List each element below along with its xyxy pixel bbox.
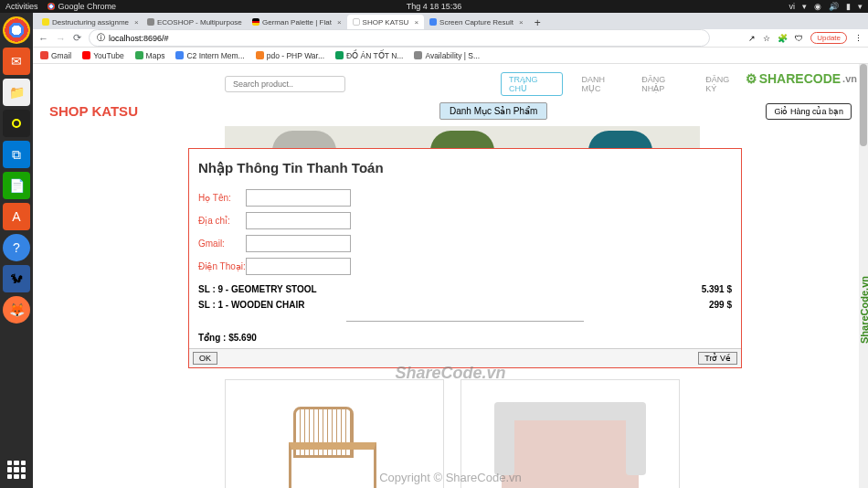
reload-button[interactable]: ⟳	[73, 32, 81, 44]
label-hoten: Họ Tên:	[198, 193, 246, 203]
volume-icon[interactable]: 🔊	[829, 2, 839, 11]
input-dienthoai[interactable]	[246, 258, 351, 275]
checkout-modal: Nhập Thông Tin Thanh Toán Họ Tên: Địa ch…	[188, 148, 742, 368]
share-icon[interactable]: ↗	[748, 34, 756, 43]
tab-favicon	[42, 18, 49, 26]
tab-favicon	[429, 18, 437, 26]
chrome-icon	[48, 3, 55, 10]
current-app[interactable]: Google Chrome	[48, 2, 117, 11]
url-input[interactable]: ⓘ localhost:8696/#	[89, 29, 710, 47]
close-icon[interactable]: ×	[414, 18, 418, 27]
update-button[interactable]: Update	[810, 32, 847, 44]
dock-dbeaver[interactable]: 🐿	[3, 265, 30, 292]
label-dienthoai: Điện Thoại:	[198, 261, 246, 271]
ok-button[interactable]: OK	[193, 352, 217, 365]
order-item: SL : 9 - GEOMETRY STOOL5.391 $	[198, 284, 732, 294]
extension-icon[interactable]: 🧩	[778, 34, 788, 43]
search-input[interactable]	[225, 76, 345, 92]
bookmark-c2intern[interactable]: C2 Intern Mem...	[175, 51, 244, 60]
cart-button[interactable]: Giỏ Hàng của bạn	[766, 103, 852, 120]
gmail-icon	[40, 51, 48, 59]
bookmark-pdo[interactable]: pdo - PHP War...	[256, 51, 324, 60]
network-icon[interactable]: ▾	[802, 2, 807, 11]
label-gmail: Gmail:	[198, 239, 246, 249]
bookmark-icon[interactable]: ☆	[763, 34, 770, 43]
bookmark-youtube[interactable]: YouTube	[82, 51, 123, 60]
stackoverflow-icon	[256, 51, 264, 59]
ubuntu-top-bar: Activities Google Chrome Thg 4 18 15:36 …	[0, 0, 868, 13]
modal-title: Nhập Thông Tin Thanh Toán	[198, 160, 732, 176]
activities-button[interactable]: Activities	[5, 2, 38, 11]
watermark-side: ShareCode.vn	[859, 276, 868, 344]
address-bar: ← → ⟳ ⓘ localhost:8696/# ↗ ☆ 🧩 🛡 Update …	[33, 29, 868, 48]
dock-files[interactable]: 📁	[3, 79, 30, 106]
dock-firefox[interactable]: 🦊	[3, 296, 30, 324]
watermark-logo: ⚙SHARECODE.vn	[746, 71, 857, 86]
tab-shop-katsu[interactable]: SHOP KATSU×	[347, 15, 425, 29]
close-icon[interactable]: ×	[134, 18, 139, 27]
dock-obs[interactable]	[3, 110, 30, 137]
dock-help[interactable]: ?	[3, 234, 30, 261]
back-button[interactable]: ←	[38, 33, 48, 44]
menu-icon[interactable]: ⋮	[854, 34, 863, 43]
input-diachi[interactable]	[246, 212, 351, 229]
power-icon[interactable]: ▾	[858, 2, 863, 11]
new-tab-button[interactable]: +	[529, 16, 546, 29]
tab-favicon	[353, 18, 360, 26]
page-content: ⚙SHARECODE.vn ShareCode.vn TRANG CHỦ DAN…	[33, 64, 868, 488]
info-icon[interactable]: ⓘ	[97, 32, 105, 44]
shop-top-nav: TRANG CHỦ DANH MỤC ĐĂNG NHẬP ĐĂNG KÝ	[225, 75, 740, 93]
shop-logo[interactable]: SHOP KATSU	[49, 103, 138, 119]
label-diachi: Địa chỉ:	[198, 216, 246, 226]
clock[interactable]: Thg 4 18 15:36	[407, 2, 462, 11]
bookmark-doan[interactable]: ĐỒ ÁN TỐT N...	[335, 51, 403, 60]
tab-destructuring[interactable]: Destructuring assignme×	[37, 15, 142, 29]
maps-icon	[135, 51, 143, 59]
input-hoten[interactable]	[246, 189, 351, 207]
order-item: SL : 1 - WOODEN CHAIR299 $	[198, 300, 732, 310]
tab-bar: Destructuring assignme× ECOSHOP - Multip…	[33, 13, 868, 29]
nav-trang-chu[interactable]: TRANG CHỦ	[501, 72, 563, 96]
wifi-icon[interactable]: ◉	[814, 2, 821, 11]
back-button-modal[interactable]: Trở Về	[698, 352, 737, 365]
dock-vscode[interactable]: ⧉	[3, 141, 30, 168]
ubuntu-dock: ✉ 📁 ⧉ 📄 A ? 🐿 🦊	[0, 13, 33, 488]
drive-icon	[335, 51, 344, 59]
show-apps-button[interactable]	[4, 457, 29, 483]
product-image	[280, 398, 389, 488]
watermark-mid: ShareCode.vn	[395, 364, 505, 383]
nav-dang-ky[interactable]: ĐĂNG KÝ	[705, 75, 740, 93]
bookmarks-bar: Gmail YouTube Maps C2 Intern Mem... pdo …	[33, 48, 868, 64]
close-icon[interactable]: ×	[337, 18, 342, 27]
doc-icon	[175, 51, 184, 59]
nav-danh-muc[interactable]: DANH MỤC	[581, 75, 623, 93]
input-gmail[interactable]	[246, 235, 351, 252]
tab-german-palette[interactable]: German Palette | Flat×	[247, 15, 347, 29]
flag-icon	[252, 18, 259, 26]
dock-ubuntu-software[interactable]: A	[3, 203, 30, 230]
tab-ecoshop[interactable]: ECOSHOP - Multipurpose×	[142, 15, 247, 29]
dock-libreoffice[interactable]: 📄	[3, 172, 30, 199]
dock-chrome[interactable]	[3, 16, 30, 44]
shop-header: SHOP KATSU Danh Mục Sản Phẩm Giỏ Hàng củ…	[49, 102, 852, 120]
site-icon	[414, 51, 422, 59]
tab-favicon	[147, 18, 154, 26]
tab-screen-capture[interactable]: Screen Capture Result×	[424, 15, 529, 29]
scrollbar-thumb[interactable]	[860, 64, 867, 146]
order-total: Tổng : $5.690	[198, 333, 732, 343]
forward-button[interactable]: →	[56, 33, 66, 44]
nav-dang-nhap[interactable]: ĐĂNG NHẬP	[641, 75, 687, 93]
bookmark-availability[interactable]: Availability | S...	[414, 51, 480, 60]
input-lang[interactable]: vi	[789, 2, 796, 11]
watermark-copyright: Copyright © ShareCode.vn	[379, 471, 522, 484]
product-image	[502, 402, 639, 488]
bookmark-gmail[interactable]: Gmail	[40, 51, 71, 60]
adblock-icon[interactable]: 🛡	[795, 34, 803, 43]
close-icon[interactable]: ×	[519, 18, 524, 27]
category-dropdown[interactable]: Danh Mục Sản Phẩm	[439, 102, 547, 120]
dock-thunderbird[interactable]: ✉	[3, 48, 30, 75]
battery-icon[interactable]: ▮	[846, 2, 851, 11]
divider	[346, 321, 584, 322]
bookmark-maps[interactable]: Maps	[135, 51, 165, 60]
browser-window: Destructuring assignme× ECOSHOP - Multip…	[33, 13, 868, 488]
